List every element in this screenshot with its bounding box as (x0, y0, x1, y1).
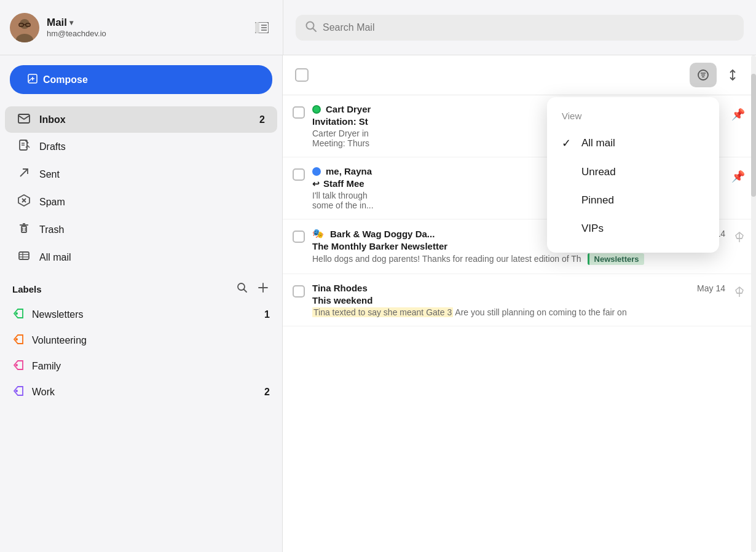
svg-rect-32 (19, 252, 29, 259)
reply-icon: ↩ (312, 179, 320, 189)
account-info: Mail ▾ hm@teachdev.io (47, 17, 243, 38)
pin-button[interactable]: 📌 (730, 106, 746, 122)
sent-icon (17, 167, 31, 182)
dropdown-item-allmail[interactable]: ✓ All mail (547, 128, 719, 158)
add-label-button[interactable] (256, 281, 270, 297)
top-bar-left: Mail ▾ hm@teachdev.io (0, 13, 283, 42)
dropdown-label: Pinned (581, 194, 614, 207)
account-name[interactable]: Mail ▾ (47, 17, 243, 29)
compose-icon (27, 73, 38, 86)
sidebar-item-drafts[interactable]: Drafts (5, 133, 277, 160)
work-label: Work (32, 387, 257, 398)
chevron-down-icon: ▾ (69, 18, 73, 27)
row-checkbox[interactable] (293, 106, 305, 119)
header-actions (690, 63, 744, 87)
dropdown-label: Unread (581, 166, 616, 178)
email-list-header (283, 55, 756, 95)
sender-status-dot (312, 167, 321, 176)
dropdown-item-unread[interactable]: Unread (547, 158, 719, 186)
spam-icon (17, 194, 31, 210)
highlight-text: Tina texted to say she meant Gate 3 (312, 307, 453, 317)
labels-actions (235, 281, 270, 297)
drafts-label: Drafts (39, 141, 265, 152)
dropdown-item-pinned[interactable]: Pinned (547, 186, 719, 215)
sidebar: Compose Inbox 2 (0, 55, 283, 552)
trash-icon (17, 222, 31, 237)
sidebar-item-spam[interactable]: Spam (5, 188, 277, 216)
row-checkbox[interactable] (293, 168, 305, 181)
newsletters-label: Newsletters (32, 309, 257, 320)
labels-section: Labels (0, 281, 282, 405)
scrollbar-track (751, 55, 756, 552)
svg-rect-28 (22, 226, 26, 232)
svg-rect-8 (255, 22, 259, 33)
spam-label: Spam (39, 197, 265, 208)
svg-line-13 (313, 28, 316, 31)
pin-button[interactable] (733, 231, 746, 247)
sender-status-dot (312, 105, 321, 114)
dropdown-label: VIPs (581, 223, 604, 235)
filter-button[interactable] (690, 63, 717, 87)
sender-name: Tina Rhodes (312, 283, 692, 293)
svg-point-3 (10, 13, 39, 42)
labels-header: Labels (12, 281, 270, 297)
row-content: Tina Rhodes May 14 This weekend Tina tex… (312, 283, 725, 317)
email-preview: Tina texted to say she meant Gate 3 Are … (312, 307, 725, 317)
svg-point-42 (15, 364, 18, 366)
drafts-icon (17, 139, 31, 154)
allmail-icon (17, 250, 31, 265)
search-labels-button[interactable] (235, 281, 249, 297)
mask-icon: 🎭 (312, 228, 324, 239)
email-subject: This weekend (312, 295, 725, 306)
inbox-label: Inbox (39, 114, 251, 125)
svg-point-43 (15, 390, 18, 392)
check-icon: ✓ (562, 136, 574, 150)
row-checkbox[interactable] (293, 285, 305, 298)
search-bar (296, 15, 744, 41)
sidebar-item-sent[interactable]: Sent (5, 160, 277, 188)
label-item-family[interactable]: Family (12, 353, 270, 379)
compose-label: Compose (43, 74, 88, 85)
family-label: Family (32, 361, 270, 372)
label-item-work[interactable]: Work 2 (12, 379, 270, 405)
volunteering-icon (12, 333, 25, 348)
svg-line-37 (244, 290, 247, 293)
search-input[interactable] (323, 22, 734, 33)
dropdown-title: View (547, 107, 719, 128)
volunteering-label: Volunteering (32, 335, 270, 346)
inbox-icon (17, 112, 31, 127)
label-item-volunteering[interactable]: Volunteering (12, 328, 270, 353)
newsletter-tag: Newsletters (588, 253, 644, 265)
inbox-badge: 2 (259, 114, 265, 125)
email-preview: Hello dogs and dog parents! Thanks for r… (312, 253, 725, 265)
account-name-text: Mail (47, 17, 67, 29)
email-list: Cart Dryer Invitation: St Carter Dryer i… (283, 55, 756, 552)
newsletters-icon (12, 307, 25, 322)
pin-button[interactable] (733, 285, 746, 302)
dropdown-item-vips[interactable]: VIPs (547, 215, 719, 243)
select-all-checkbox[interactable] (295, 68, 309, 82)
pin-button[interactable]: 📌 (730, 168, 746, 184)
svg-line-23 (20, 169, 28, 176)
sidebar-toggle-button[interactable] (251, 19, 273, 36)
top-bar: Mail ▾ hm@teachdev.io (0, 0, 756, 55)
main-layout: Compose Inbox 2 (0, 55, 756, 552)
sidebar-item-inbox[interactable]: Inbox 2 (5, 106, 277, 133)
sidebar-item-allmail[interactable]: All mail (5, 243, 277, 271)
avatar (10, 13, 39, 42)
email-date: May 14 (697, 283, 725, 293)
view-dropdown: View ✓ All mail Unread Pinned VIPs (547, 97, 719, 253)
sidebar-item-trash[interactable]: Trash (5, 216, 277, 243)
dropdown-label: All mail (581, 137, 615, 149)
scrollbar-thumb[interactable] (751, 74, 756, 197)
label-item-newsletters[interactable]: Newsletters 1 (12, 302, 270, 328)
row-checkbox[interactable] (293, 231, 305, 243)
email-row[interactable]: Tina Rhodes May 14 This weekend Tina tex… (283, 274, 756, 326)
sent-label: Sent (39, 169, 265, 180)
sort-button[interactable] (722, 64, 744, 86)
top-bar-right (283, 0, 756, 55)
svg-point-40 (15, 312, 18, 315)
work-icon (12, 385, 25, 400)
trash-label: Trash (39, 224, 265, 235)
compose-button[interactable]: Compose (10, 65, 272, 94)
